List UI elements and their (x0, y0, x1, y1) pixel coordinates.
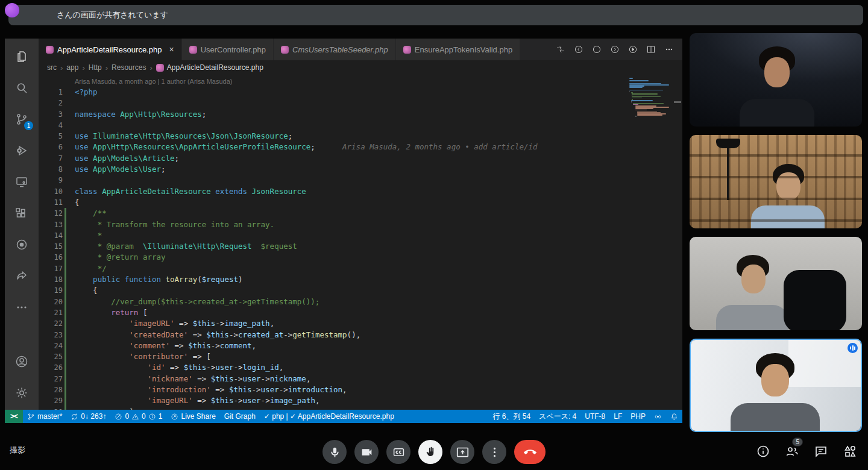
tab-user-controller[interactable]: UserController.php (182, 39, 274, 60)
notifications-bell-icon[interactable] (666, 410, 682, 423)
more-icon[interactable] (5, 292, 39, 323)
meet-controls (322, 440, 546, 464)
breadcrumb: src› app› Http› Resources› AppArticleDet… (39, 60, 682, 75)
code-editor[interactable]: Arisa Masuda, a month ago | 1 author (Ar… (39, 75, 682, 410)
camera-button[interactable] (354, 440, 379, 464)
run-debug-icon[interactable] (5, 135, 39, 166)
eol-sequence[interactable]: LF (609, 410, 626, 423)
tab-close-icon[interactable]: × (169, 45, 174, 54)
split-editor-icon[interactable] (646, 45, 656, 54)
nav-back-icon[interactable] (574, 45, 583, 54)
code-line: 9 (39, 175, 682, 186)
remote-explorer-icon[interactable] (5, 166, 39, 198)
account-icon[interactable] (5, 346, 39, 377)
tab-cms-users-table-seeder[interactable]: CmsUsersTableSeeder.php (274, 39, 396, 60)
code-line: 27 'nickname' => $this->user->nickname, (39, 374, 682, 384)
captions-button[interactable] (386, 440, 410, 464)
code-line: 20 //ver_dump($this->created_at->getTime… (39, 296, 682, 307)
hangup-button[interactable] (514, 440, 546, 464)
raise-hand-button[interactable] (418, 440, 442, 464)
video-tile-participant-1[interactable] (690, 33, 862, 127)
video-feed (691, 340, 861, 431)
camera-icon (360, 446, 373, 459)
code-line: 16 * @return array (39, 252, 682, 263)
extensions-icon[interactable] (5, 198, 39, 229)
database-icon[interactable] (5, 229, 39, 260)
sync-status-icon[interactable] (592, 45, 602, 54)
breadcrumb-item[interactable]: src (47, 63, 57, 72)
nav-forward-icon[interactable] (610, 45, 620, 54)
code-line: 1<?php (39, 87, 682, 98)
activities-shapes-icon (843, 444, 857, 459)
presenter-avatar (5, 3, 19, 17)
video-tile-participant-4-active-speaker[interactable] (690, 339, 862, 432)
indentation[interactable]: スペース: 4 (535, 410, 580, 423)
explorer-icon[interactable] (5, 41, 39, 72)
run-file-icon[interactable] (628, 45, 638, 54)
php-checks[interactable]: ✓ php | ✓ AppArticleDetailResource.php (260, 410, 398, 423)
code-line: 26 'id' => $this->user->login_id, (39, 362, 682, 373)
broadcast-icon[interactable] (650, 410, 666, 423)
settings-gear-icon[interactable] (5, 377, 39, 409)
code-line: 3namespace App\Http\Resources; (39, 109, 682, 120)
language-mode[interactable]: PHP (626, 410, 650, 423)
live-share[interactable]: Live Share (166, 410, 219, 423)
code-line: 8use App\Models\User; (39, 164, 682, 175)
code-line: 29 'imageURL' => $this->user->image_path… (39, 395, 682, 406)
video-tile-participant-3[interactable] (690, 237, 862, 330)
meeting-details-button[interactable] (756, 444, 770, 459)
minimap-content (629, 78, 673, 117)
breadcrumb-item[interactable]: Http (89, 63, 102, 72)
breadcrumb-item[interactable]: app (66, 63, 78, 72)
open-changes-icon[interactable] (556, 45, 565, 54)
present-button[interactable] (450, 440, 474, 464)
problems[interactable]: 0 0 1 (110, 410, 166, 423)
participants-button[interactable]: 5 (785, 444, 799, 459)
code-line: 6use App\Http\Resources\AppArticleUserPr… (39, 142, 682, 152)
source-control-icon[interactable]: 1 (5, 104, 39, 135)
mic-button[interactable] (322, 440, 347, 464)
minimap[interactable] (629, 78, 673, 118)
code-line: 5use Illuminate\Http\Resources\Json\Json… (39, 131, 682, 142)
php-file-icon (403, 46, 411, 54)
git-sync[interactable]: 0↓ 263↑ (66, 410, 110, 423)
video-tile-participant-2[interactable] (690, 135, 862, 228)
code-lines: 1<?php23namespace App\Http\Resources;45u… (39, 87, 682, 410)
remote-indicator[interactable]: >< (5, 410, 23, 423)
breadcrumb-item[interactable]: AppArticleDetailResource.php (156, 63, 263, 72)
cursor-position[interactable]: 行 6、列 54 (488, 410, 535, 423)
php-file-icon (281, 46, 289, 54)
code-line: 19 { (39, 285, 682, 296)
code-line: 12 /** (39, 208, 682, 219)
meet-right-controls: 5 (756, 444, 857, 459)
code-line: 22 'imageURL' => $this->image_path, (39, 318, 682, 329)
code-line: 21 return [ (39, 307, 682, 318)
search-icon[interactable] (5, 72, 39, 104)
scrollbar-slider[interactable] (674, 101, 681, 103)
more-vert-icon (488, 446, 501, 459)
record-label: 撮影 (10, 445, 25, 456)
breadcrumb-item[interactable]: Resources (112, 63, 146, 72)
code-line: 17 */ (39, 263, 682, 274)
more-options-button[interactable] (482, 440, 506, 464)
code-line: 28 'introduction' => $this->user->introd… (39, 384, 682, 395)
git-blame-codelens[interactable]: Arisa Masuda, a month ago | 1 author (Ar… (75, 75, 682, 87)
code-line: 25 'contributor' => [ (39, 351, 682, 362)
video-feed (690, 237, 862, 330)
chat-button[interactable] (814, 444, 828, 459)
scm-badge: 1 (24, 121, 33, 130)
share-icon[interactable] (5, 260, 39, 292)
activities-button[interactable] (843, 444, 857, 459)
video-feed (690, 33, 862, 127)
tab-ensure-app-token-is-valid[interactable]: EnsureAppTokenIsValid.php (396, 39, 520, 60)
present-icon (456, 446, 469, 459)
php-file-icon (189, 46, 197, 54)
screen-share-banner: さんの画面が共有されています (8, 5, 863, 25)
encoding[interactable]: UTF-8 (580, 410, 609, 423)
more-actions-icon[interactable] (664, 45, 674, 54)
editor-actions (547, 39, 682, 60)
raise-hand-icon (424, 446, 437, 459)
git-graph[interactable]: Git Graph (220, 410, 260, 423)
tab-app-article-detail-resource[interactable]: AppArticleDetailResource.php × (39, 39, 182, 60)
git-branch[interactable]: master* (23, 410, 66, 423)
